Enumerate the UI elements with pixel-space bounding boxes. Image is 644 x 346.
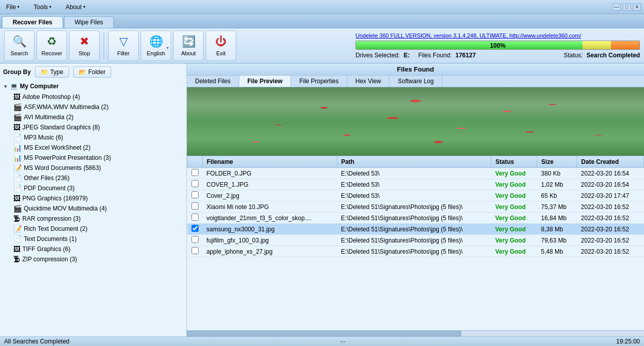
tree-item-8[interactable]: 📄 Other Files (236) [13,173,183,183]
about-menu[interactable]: About ▾ [62,3,88,12]
cell-filename: FOLDER_0.JPG [203,168,337,179]
scrollbar-thumb[interactable] [187,331,461,336]
col-filename[interactable]: Filename [203,156,337,168]
folder-icon: 📂 [79,68,86,76]
row-checkbox[interactable] [191,169,199,176]
file-properties-tab[interactable]: File Properties [291,76,347,87]
recover-files-tab[interactable]: Recover Files [2,16,63,28]
row-checkbox[interactable] [191,225,199,232]
group-by-bar: Group By 📁 Type 📂 Folder [3,66,183,78]
row-checkbox[interactable] [191,202,199,210]
tree-item-4[interactable]: 📄 MP3 Music (6) [13,132,183,143]
status-bar: All Searches Completed ··· 19:25:00 [0,336,644,346]
tree-root[interactable]: ▼ 💻 My Computer [3,82,183,91]
table-row[interactable]: apple_iphone_xs_27.jpg E:\Deleted 51\Sig… [187,246,644,257]
tools-menu[interactable]: Tools ▾ [30,3,54,12]
col-date[interactable]: Date Created [577,156,644,168]
tree-item-icon-5: 📊 [13,144,22,152]
cell-size: 5,48 Mb [537,246,577,257]
language-icon: 🌐 [149,35,163,48]
cell-status: Very Good [491,235,537,246]
row-checkbox[interactable] [191,214,199,221]
tools-menu-arrow: ▾ [49,5,51,9]
tree-item-icon-3: 🖼 [13,123,20,131]
tree-item-0[interactable]: 🖼 Adobe Photoshop (4) [13,92,183,102]
file-menu[interactable]: File ▾ [3,3,22,12]
row-checkbox[interactable] [191,191,199,198]
table-row[interactable]: fujifilm_gfx_100_03.jpg E:\Deleted 51\Si… [187,235,644,246]
recover-button[interactable]: ♻ Recover [37,30,67,61]
tree-item-16[interactable]: 🗜 ZIP compression (3) [13,254,183,264]
row-checkbox[interactable] [191,180,199,187]
group-by-type-button[interactable]: 📁 Type [35,66,69,78]
tree-item-13[interactable]: 📝 Rich Text Document (2) [13,224,183,234]
toolbar: 🔍 Search ♻ Recover ✖ Stop ▽ Filter 🌐 Eng… [0,28,644,63]
tree-item-9[interactable]: 📄 PDF Document (3) [13,183,183,193]
exit-icon: ⏻ [215,35,227,48]
col-path[interactable]: Path [337,156,491,168]
table-row[interactable]: COVER_1.JPG E:\Deleted 53\ Very Good 1,0… [187,179,644,190]
tree-item-12[interactable]: 🗜 RAR compression (3) [13,214,183,224]
tree-item-2[interactable]: 🎬 AVI Multimedia (2) [13,112,183,122]
row-checkbox[interactable] [191,236,199,243]
tree-item-3[interactable]: 🖼 JPEG Standard Graphics (8) [13,122,183,132]
minimize-button[interactable]: — [613,4,621,11]
language-button[interactable]: 🌐 English ▾ [141,30,171,61]
progress-bar: 100% [356,41,640,50]
tree-item-icon-10: 🖼 [13,194,20,202]
tree-item-icon-4: 📄 [13,133,22,142]
wipe-files-tab[interactable]: Wipe Files [64,16,114,28]
file-table-wrapper[interactable]: Filename Path Status Size Date Created F… [187,156,644,330]
cell-status: Very Good [491,168,537,179]
preview-image [187,87,644,156]
cell-status: Very Good [491,213,537,224]
table-row[interactable]: Cover_2.jpg E:\Deleted 53\ Very Good 65 … [187,190,644,201]
cell-date: 2022-03-20 16:52 [577,201,644,213]
software-log-tab[interactable]: Software Log [390,76,442,87]
table-row[interactable]: FOLDER_0.JPG E:\Deleted 53\ Very Good 38… [187,168,644,179]
horizontal-scrollbar[interactable] [187,330,644,336]
tree-item-5[interactable]: 📊 MS Excel WorkSheet (2) [13,143,183,153]
col-checkbox [187,156,203,168]
tree-item-icon-9: 📄 [13,184,22,192]
tree-item-1[interactable]: 🎬 ASF,WMA,WMV Multimedia (2) [13,102,183,112]
recover-icon: ♻ [47,35,57,48]
cell-date: 2022-03-20 16:52 [577,213,644,224]
deleted-files-tab[interactable]: Deleted Files [187,76,239,87]
type-folder-icon: 📁 [41,68,48,76]
status-info: Status: Search Completed [564,52,640,59]
tree-item-14[interactable]: 📄 Text Documents (1) [13,234,183,244]
cell-filename: samsung_nx3000_31.jpg [203,224,337,235]
tree-item-10[interactable]: 🖼 PNG Graphics (169979) [13,193,183,203]
undelete-link[interactable]: Undelete 360 FULL VERSION, version 3.1.4… [356,32,640,39]
row-checkbox[interactable] [191,247,199,254]
col-status[interactable]: Status [491,156,537,168]
tree-item-icon-12: 🗜 [13,215,20,223]
cell-date: 2022-03-20 16:54 [577,168,644,179]
cell-filename: voigtlander_21mm_f3_5_color_skop.... [203,213,337,224]
search-button[interactable]: 🔍 Search [4,30,35,61]
cell-date: 2022-03-20 16:54 [577,179,644,190]
tree-item-6[interactable]: 📊 MS PowerPoint Presentation (3) [13,153,183,163]
about-button[interactable]: 🔄 About [173,30,204,61]
hex-view-tab[interactable]: Hex View [347,76,390,87]
maximize-button[interactable]: □ [623,4,631,11]
filter-button[interactable]: ▽ Filter [108,30,139,61]
tree-item-11[interactable]: 🎬 Quicktime MOV Multimedia (4) [13,203,183,214]
cell-size: 16,84 Mb [537,213,577,224]
group-by-folder-button[interactable]: 📂 Folder [73,66,111,78]
cell-size: 65 Kb [537,190,577,201]
table-row[interactable]: voigtlander_21mm_f3_5_color_skop.... E:\… [187,213,644,224]
tree-item-7[interactable]: 📝 MS Word Documents (5863) [13,163,183,173]
table-row[interactable]: samsung_nx3000_31.jpg E:\Deleted 51\Sign… [187,224,644,235]
cell-size: 79,63 Mb [537,235,577,246]
table-row[interactable]: Xiaomi Mi note 10.JPG E:\Deleted 51\Sign… [187,201,644,213]
stop-button[interactable]: ✖ Stop [69,30,100,61]
close-button[interactable]: ✕ [633,4,641,11]
exit-button[interactable]: ⏻ Exit [206,30,236,61]
cell-path: E:\Deleted 53\ [337,168,491,179]
tree-item-15[interactable]: 🖼 TIFF Graphics (6) [13,244,183,254]
col-size[interactable]: Size [537,156,577,168]
status-left: All Searches Completed [4,338,70,345]
file-preview-tab[interactable]: File Preview [239,76,291,87]
